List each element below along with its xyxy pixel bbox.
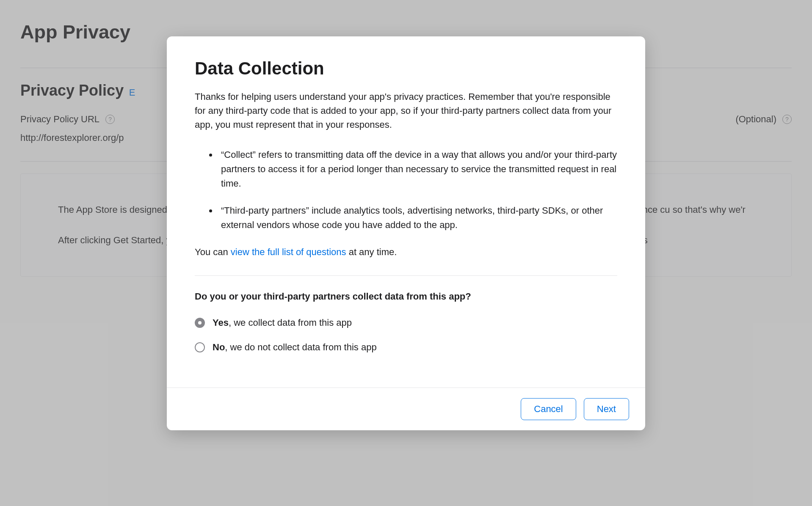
radio-option-yes[interactable]: Yes, we collect data from this app <box>195 317 617 328</box>
view-questions-link[interactable]: view the full list of questions <box>231 247 346 257</box>
radio-icon <box>195 318 205 328</box>
data-collection-modal: Data Collection Thanks for helping users… <box>167 36 645 430</box>
modal-link-line: You can view the full list of questions … <box>195 247 617 258</box>
modal-question: Do you or your third-party partners coll… <box>195 291 617 302</box>
radio-label: No, we do not collect data from this app <box>213 342 377 353</box>
list-item: “Third-party partners” include analytics… <box>218 204 617 232</box>
modal-footer: Cancel Next <box>167 388 645 430</box>
radio-label: Yes, we collect data from this app <box>213 317 352 328</box>
modal-overlay: Data Collection Thanks for helping users… <box>0 0 812 506</box>
next-button[interactable]: Next <box>584 398 629 420</box>
list-item: “Collect” refers to transmitting data of… <box>218 148 617 191</box>
modal-intro: Thanks for helping users understand your… <box>195 90 617 132</box>
radio-icon <box>195 342 205 352</box>
link-suffix: at any time. <box>346 247 397 257</box>
cancel-button[interactable]: Cancel <box>521 398 576 420</box>
modal-definitions-list: “Collect” refers to transmitting data of… <box>195 148 617 232</box>
modal-body: Data Collection Thanks for helping users… <box>167 36 645 388</box>
divider <box>195 275 617 276</box>
link-prefix: You can <box>195 247 231 257</box>
radio-option-no[interactable]: No, we do not collect data from this app <box>195 342 617 353</box>
modal-title: Data Collection <box>195 58 617 79</box>
